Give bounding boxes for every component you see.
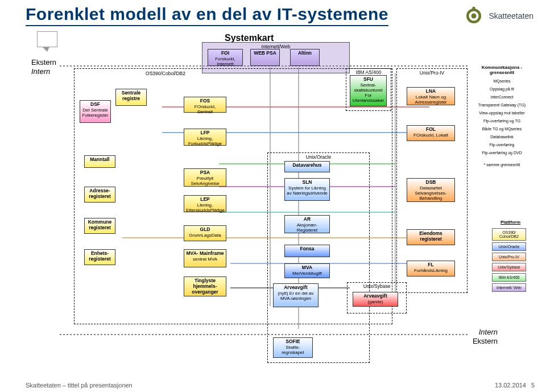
legend-item: InterConnect xyxy=(472,95,532,99)
node-dvh: Datavarehus xyxy=(284,161,330,172)
node-ar: ARAksjonær- Registeret xyxy=(284,215,330,233)
node-fos: FOSFOrskudd, Sentralt xyxy=(184,97,226,113)
node-foi: FOIForskudd, Internett xyxy=(208,49,243,66)
node-webpsa: WEB PSA xyxy=(250,49,280,66)
node-manntall: Manntall xyxy=(84,155,115,168)
brand-name: Skatteetaten xyxy=(489,11,533,20)
platform-chip: OS390/ Cobol/DB2 xyxy=(492,228,526,241)
legend-item: Databaselink xyxy=(472,135,532,139)
platform-header: Plattform xyxy=(492,220,529,225)
node-adresse: Adresse- registeret xyxy=(84,187,115,203)
legend-item: Ftp-overføring xyxy=(472,143,532,147)
node-fl: FLForhåndsLikning xyxy=(407,261,455,277)
frame-oracle-header: Unix/Oracle xyxy=(268,154,369,160)
node-sentrale: Sentrale registre xyxy=(115,89,147,106)
footer-page: 5 xyxy=(531,382,535,389)
slide: Forenklet modell av en del av IT-systeme… xyxy=(0,0,546,392)
legend-item: View-oppslag mot tabeller xyxy=(472,111,532,115)
legend-item: MQseries xyxy=(472,79,532,83)
brand-logo: Skatteetaten xyxy=(464,6,533,26)
legend-comm: Kommunikasjons -grensesnitt MQseriesOpps… xyxy=(472,65,532,171)
legend-item: Transparent Gateway (TG) xyxy=(472,103,532,107)
node-sofie: SOFIESkatte- regnskapet xyxy=(273,337,313,358)
legend-item: Både TG og MQseries xyxy=(472,127,532,131)
node-mvamf: MVA- Mainframesentral MVA xyxy=(184,249,226,267)
footer-date: 13.02.2014 xyxy=(495,382,526,389)
legend-platform: Plattform OS390/ Cobol/DB2Unix/OracleUni… xyxy=(492,220,529,294)
compass-icon xyxy=(464,6,484,26)
frame-os390-header: OS390/Cobol/DB2 xyxy=(131,71,200,76)
node-dsb: DSBDatastøttet Selvangivelses- Behandlin… xyxy=(407,178,455,202)
platform-chip: Unix/Pro-IV xyxy=(492,253,526,261)
node-lep: LEPLikning, EtterskuddsPliktige xyxy=(184,195,226,212)
node-mva: MVAMerVerdiAvgift xyxy=(284,263,330,278)
node-dsf: DSFDet Sentrale Folkeregister xyxy=(80,100,111,123)
node-sfu: SFUSentral- skattekontoret For Utenlands… xyxy=(350,75,387,106)
platform-chip: Internett/ Web xyxy=(492,283,526,292)
node-sln: SLNSystem for Likning av Næringsdrivende xyxy=(284,178,330,201)
page-title: Forenklet modell av en del av IT-systeme… xyxy=(26,5,388,26)
node-ting: Tinglyste hjemmels- overganger xyxy=(184,277,226,296)
node-eiendom: Eiendoms registeret xyxy=(407,229,455,245)
node-arveg: Arveavgift(gamle) xyxy=(353,292,398,307)
node-enhets: Enhets- registeret xyxy=(84,249,115,265)
frame-as400-header: IBM AS/400 xyxy=(346,69,391,75)
systemkart: Systemkart Ekstern Intern Intern Ekstern xyxy=(31,33,532,366)
legend-item: Ftp-overføring og TG xyxy=(472,119,532,123)
footer-left: Skatteetaten – tittel på presentasjonen xyxy=(26,382,133,389)
legend-item: Ftp-overføring og DVD xyxy=(472,151,532,155)
node-fol: FOLFOrskudd, Lokalt xyxy=(407,125,455,141)
legend-item: Oppslag på fil xyxy=(472,87,532,91)
node-psa: PSAPreutfylt SelvAngivelse xyxy=(184,168,226,187)
platform-chip: Unix/Oracle xyxy=(492,242,526,251)
platform-chip: Unix/Sybase xyxy=(492,263,526,271)
node-lna: LNALokalt Navn og Adresseregister xyxy=(407,87,455,105)
legend-header: Kommunikasjons -grensesnitt xyxy=(472,65,532,75)
node-fonsa: Fonsa xyxy=(284,245,330,257)
node-altinn: Altinn xyxy=(290,49,320,66)
node-gld: GLDGrunnLagsData xyxy=(184,225,226,241)
svg-point-1 xyxy=(473,7,475,10)
platform-chip: IBM AS/400 xyxy=(492,273,526,282)
frame-proiv-header: Unix/Pro-IV xyxy=(397,70,467,76)
svg-point-0 xyxy=(471,14,477,19)
legend-same: * samme grensesnitt xyxy=(472,163,532,167)
node-lfp: LFPLikning, ForkuddsPliktige xyxy=(184,129,226,146)
node-kommune: Kommune registeret xyxy=(84,218,115,234)
frame-sybase-header: Unix/Sybase xyxy=(348,283,406,289)
node-arve: Arveavgift(nytt) Er en del av MVA-løsnin… xyxy=(273,283,318,307)
